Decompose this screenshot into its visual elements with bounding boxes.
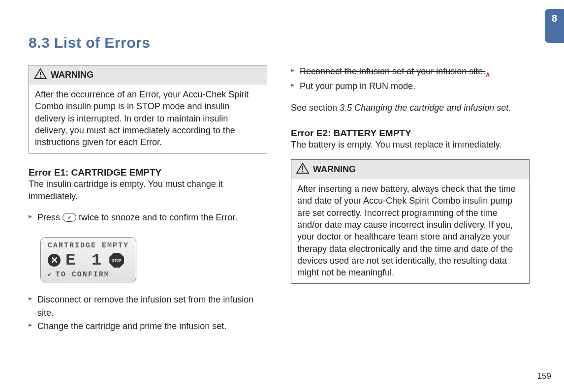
see-section-ref: See section 3.5 Changing the cartridge a… [291, 102, 530, 114]
insertion-caret-icon: ∧ [485, 70, 490, 78]
confirm-button-icon: ✓ [63, 213, 76, 222]
step-disconnect: Disconnect or remove the infusion set fr… [29, 293, 267, 320]
page-number: 159 [537, 371, 551, 381]
check-icon: ✔ [48, 271, 53, 278]
left-column: WARNING After the occurrence of an Error… [29, 65, 267, 342]
step-reconnect: Reconnect the infusion set at your infus… [291, 65, 530, 80]
warning-box-2: WARNING After inserting a new battery, a… [291, 159, 530, 284]
page-content: 8.3 List of Errors WARNING After the occ… [29, 34, 530, 367]
warning-body-2: After inserting a new battery, always ch… [291, 179, 529, 283]
step-run-mode: Put your pump in RUN mode. [291, 80, 530, 93]
warning-label: WARNING [51, 70, 94, 80]
step-press-suffix: twice to snooze and to confirm the Error… [76, 212, 237, 222]
lcd-line3: ✔TO CONFIRM [48, 271, 129, 279]
see-suffix: . [508, 103, 511, 113]
step-press: Press ✓ twice to snooze and to confirm t… [29, 211, 267, 224]
warning-header-2: WARNING [291, 160, 529, 179]
error-e1-title: Error E1: CARTRIDGE EMPTY [29, 167, 267, 178]
svg-point-5 [302, 171, 304, 172]
warning-label-2: WARNING [313, 164, 356, 175]
warning-triangle-icon [296, 163, 309, 176]
lcd-confirm-text: TO CONFIRM [56, 271, 110, 279]
pump-lcd-screenshot: CARTRIDGE EMPTY ✕ E 1 STOP ✔TO CONFIRM [40, 237, 136, 282]
step-press-prefix: Press [37, 212, 63, 222]
lcd-error-code: E 1 [65, 251, 104, 270]
strikethrough-text: Reconnect the infusion set at your infus… [300, 66, 485, 76]
error-e1-desc: The insulin cartridge is empty. You must… [29, 178, 267, 202]
stop-sign-icon: STOP [109, 253, 124, 268]
chapter-tab: 8 [545, 9, 564, 43]
right-column: Reconnect the infusion set at your infus… [291, 65, 530, 342]
see-ref-italic: 3.5 Changing the cartridge and infusion … [340, 103, 508, 113]
warning-triangle-icon [34, 68, 47, 82]
lcd-line1: CARTRIDGE EMPTY [48, 241, 129, 250]
step-change-cartridge: Change the cartridge and prime the infus… [29, 320, 267, 333]
warning-header: WARNING [29, 65, 267, 85]
section-heading: 8.3 List of Errors [29, 34, 530, 51]
svg-point-2 [40, 76, 41, 78]
error-x-icon: ✕ [48, 254, 61, 267]
warning-body: After the occurrence of an Error, your A… [29, 85, 267, 153]
error-e2-title: Error E2: BATTERY EMPTY [291, 128, 530, 139]
warning-box-1: WARNING After the occurrence of an Error… [29, 65, 267, 153]
see-prefix: See section [291, 103, 340, 113]
error-e2-desc: The battery is empty. You must replace i… [291, 139, 530, 151]
